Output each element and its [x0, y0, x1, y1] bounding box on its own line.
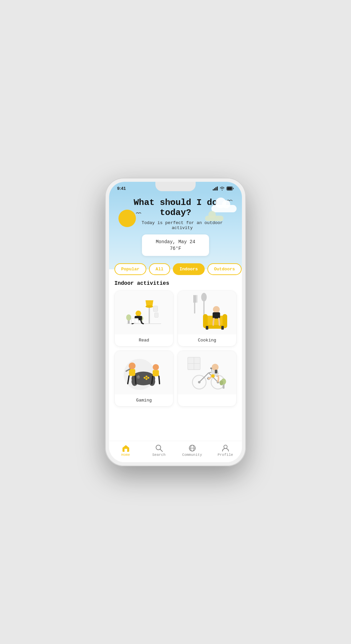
community-icon: [188, 444, 196, 452]
cloud-1: [211, 202, 237, 212]
nav-profile[interactable]: Profile: [209, 444, 242, 457]
tab-indoors[interactable]: Indoors: [173, 263, 205, 275]
activity-card-read[interactable]: Read: [114, 290, 173, 346]
tab-popular[interactable]: Popular: [114, 263, 146, 275]
community-label: Community: [182, 453, 202, 457]
activity-card-gaming[interactable]: Gaming: [114, 351, 173, 407]
date-text: Monday, May 24: [150, 239, 201, 245]
nav-community[interactable]: Community: [176, 444, 209, 457]
read-label: Read: [115, 334, 173, 346]
svg-point-39: [132, 377, 138, 386]
svg-point-10: [136, 311, 141, 316]
hero-subtitle: Today is perfect for an outdoor activity: [131, 220, 234, 230]
date-card: Monday, May 24 76°F: [142, 234, 209, 256]
main-content: Indoor activities: [109, 275, 242, 441]
bird-decoration-1: [166, 200, 173, 206]
svg-rect-27: [213, 312, 220, 318]
svg-rect-1: [227, 187, 232, 190]
svg-rect-64: [215, 370, 217, 373]
svg-rect-16: [194, 295, 195, 313]
gaming-label: Gaming: [115, 394, 173, 406]
svg-point-21: [201, 293, 207, 302]
search-icon: [155, 444, 163, 452]
svg-point-44: [153, 364, 159, 370]
nav-home[interactable]: Home: [109, 444, 142, 457]
bottom-nav: Home Search Community: [109, 441, 242, 462]
hero-section: What should I do today? Today is perfect…: [109, 192, 242, 269]
svg-point-75: [224, 445, 227, 448]
bird-decoration-3: [136, 211, 141, 217]
tab-outdoors[interactable]: Outdoors: [207, 263, 242, 275]
cloud-2: [205, 213, 223, 221]
home-label: Home: [121, 453, 130, 457]
svg-line-53: [199, 373, 209, 382]
svg-rect-45: [153, 370, 159, 376]
svg-rect-14: [153, 306, 158, 312]
cooking-label: Cooking: [178, 334, 236, 346]
category-tabs: Popular All Indoors Outdoors: [109, 263, 242, 275]
search-label: Search: [152, 453, 166, 457]
svg-point-37: [146, 378, 148, 380]
svg-point-7: [126, 314, 131, 321]
profile-label: Profile: [217, 453, 233, 457]
svg-rect-3: [149, 306, 150, 323]
svg-rect-15: [155, 313, 158, 317]
exercise-illustration: [178, 351, 236, 394]
activity-card-cooking[interactable]: Cooking: [178, 290, 237, 346]
svg-rect-28: [206, 326, 208, 330]
home-icon: [122, 444, 130, 452]
svg-line-71: [160, 449, 162, 452]
notch: [155, 182, 196, 191]
svg-rect-34: [138, 375, 139, 377]
svg-rect-18: [195, 295, 196, 303]
nav-search[interactable]: Search: [142, 444, 176, 457]
sun-decoration: [118, 210, 136, 227]
signal-icon: [213, 186, 218, 191]
svg-point-62: [212, 364, 218, 370]
svg-rect-17: [193, 295, 194, 303]
svg-rect-68: [211, 374, 214, 377]
section-title: Indoor activities: [114, 280, 237, 286]
phone-frame: 9:41: [105, 178, 246, 466]
svg-point-26: [213, 306, 220, 313]
svg-point-41: [129, 362, 136, 369]
status-time: 9:41: [117, 186, 126, 191]
svg-point-67: [219, 380, 223, 385]
cooking-illustration: [178, 291, 236, 334]
activities-grid: Read: [114, 290, 237, 407]
svg-rect-69: [124, 449, 127, 452]
profile-icon: [222, 444, 229, 452]
svg-point-35: [146, 375, 148, 377]
svg-point-5: [146, 305, 153, 308]
svg-rect-19: [197, 295, 197, 303]
svg-rect-42: [129, 369, 135, 376]
svg-line-55: [209, 372, 212, 373]
wifi-icon: [219, 186, 225, 191]
phone-screen: 9:41: [109, 182, 242, 462]
tab-all[interactable]: All: [149, 263, 170, 275]
svg-rect-29: [221, 326, 223, 330]
status-icons: [213, 186, 234, 191]
activity-card-exercise[interactable]: Exercise: [178, 351, 237, 407]
read-illustration: [115, 291, 173, 334]
temperature-text: 76°F: [150, 246, 201, 251]
gaming-illustration: [115, 351, 173, 394]
battery-icon: [227, 186, 234, 191]
svg-point-38: [144, 377, 146, 379]
svg-point-36: [147, 377, 149, 379]
